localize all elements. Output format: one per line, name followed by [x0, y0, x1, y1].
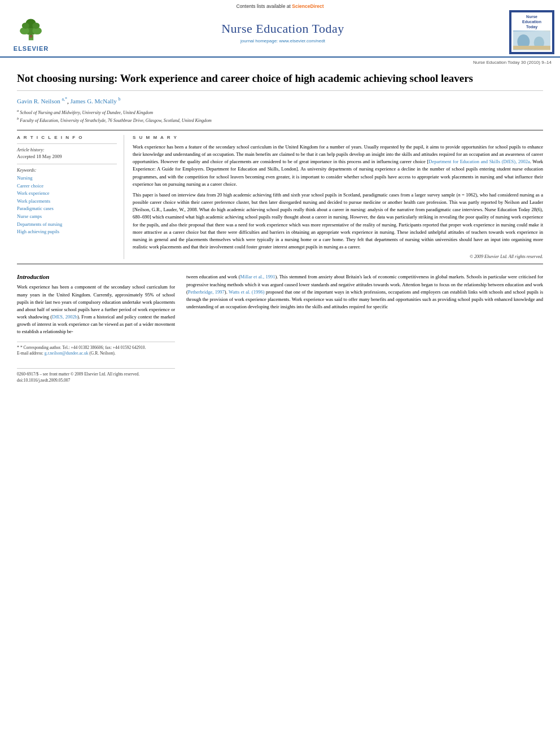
article-info-summary: A R T I C L E I N F O Article history: A…	[17, 130, 543, 264]
journal-homepage: journal homepage: www.elsevier.com/nedt	[56, 38, 509, 43]
author-a-sup: a,*	[62, 97, 67, 102]
summary-para-1: Work experience has been a feature of th…	[133, 143, 543, 188]
author-james: James G. McNally	[71, 98, 117, 104]
footnote-email-link[interactable]: g.r.neilson@dundee.ac.uk	[45, 351, 89, 356]
summary-col: S U M M A R Y Work experience has been a…	[133, 135, 543, 259]
journal-title: Nurse Education Today	[56, 21, 509, 36]
ref-petherbridge[interactable]: Petherbridge, 1997	[188, 289, 225, 295]
cover-image	[513, 30, 550, 50]
article-body: Not choosing nursing: Work experience an…	[0, 66, 560, 389]
summary-copyright: © 2009 Elsevier Ltd. All rights reserved…	[133, 254, 543, 259]
intro-right-col: tween education and work (Millar et al.,…	[186, 273, 543, 383]
ref-watts[interactable]: Watts et al. (1996)	[229, 289, 264, 295]
footnote-email: E-mail address: g.r.neilson@dundee.ac.uk…	[17, 351, 175, 357]
svg-point-7	[32, 23, 40, 29]
introduction-section: Introduction Work experience has been a …	[17, 273, 543, 383]
keyword-5[interactable]: Paradigmatic cases	[17, 205, 117, 213]
ref-dfes-2002b[interactable]: DfES, 2002b	[52, 314, 77, 320]
sciencedirect-link[interactable]: ScienceDirect	[292, 3, 323, 9]
ref-millar[interactable]: Millar et al., 1991	[240, 274, 275, 279]
svg-point-6	[22, 23, 29, 29]
intro-right-text: tween education and work (Millar et al.,…	[186, 273, 543, 311]
svg-rect-11	[513, 46, 550, 49]
summary-text: Work experience has been a feature of th…	[133, 143, 543, 251]
homepage-label: journal homepage:	[240, 38, 278, 43]
article-title: Not choosing nursing: Work experience an…	[17, 72, 543, 91]
contents-text: Contents lists available at	[237, 3, 291, 9]
author-gavin: Gavin R. Neilson	[17, 98, 60, 104]
keywords-list: Nursing Career choice Work experience Wo…	[17, 174, 117, 236]
summary-header: S U M M A R Y	[133, 135, 543, 140]
keyword-1[interactable]: Nursing	[17, 174, 117, 182]
intro-left-text: Work experience has been a component of …	[17, 283, 175, 335]
author-b-sup: b	[118, 97, 120, 102]
history-label: Article history:	[17, 147, 117, 152]
keyword-4[interactable]: Work placements	[17, 198, 117, 206]
keyword-7[interactable]: Departments of nursing	[17, 221, 117, 229]
journal-title-center: Nurse Education Today journal homepage: …	[56, 21, 509, 43]
authors-line: Gavin R. Neilson a,*, James G. McNally b	[17, 97, 543, 104]
intro-left-col: Introduction Work experience has been a …	[17, 273, 175, 383]
article-info-col: A R T I C L E I N F O Article history: A…	[17, 135, 124, 259]
cover-image-svg	[513, 30, 550, 50]
keyword-3[interactable]: Work experience	[17, 190, 117, 198]
cover-title: Nurse Education Today	[513, 14, 550, 29]
journal-cover-box: Nurse Education Today	[509, 10, 554, 54]
article-info-header: A R T I C L E I N F O	[17, 135, 117, 140]
footnote-star: * * Corresponding author. Tel.: +44 0138…	[17, 344, 175, 351]
accepted-date: Accepted 18 May 2009	[17, 154, 117, 159]
affiliation-a: a School of Nursing and Midwifery, Unive…	[17, 108, 543, 116]
journal-header: Contents lists available at ScienceDirec…	[0, 0, 560, 58]
keyword-8[interactable]: High achieving pupils	[17, 228, 117, 236]
elsevier-logo: ELSEVIER	[6, 13, 56, 52]
divider-2	[17, 164, 117, 164]
article-page-num: Nurse Education Today 30 (2010) 9–14	[0, 58, 560, 66]
keyword-2[interactable]: Career choice	[17, 182, 117, 190]
elsevier-brand-text: ELSEVIER	[14, 45, 49, 52]
ref-dfes-2002a[interactable]: Department for Education and Skills (DfE…	[428, 159, 530, 164]
divider-1	[17, 143, 117, 144]
keyword-6[interactable]: Nurse camps	[17, 213, 117, 221]
affiliations: a School of Nursing and Midwifery, Unive…	[17, 108, 543, 124]
copyright-line2: doi:10.1016/j.nedt.2009.05.007	[17, 377, 175, 383]
keywords-label: Keywords:	[17, 168, 117, 173]
contents-bar: Contents lists available at ScienceDirec…	[0, 3, 560, 9]
copyright-line1: 0260-6917/$ – see front matter © 2009 El…	[17, 371, 175, 377]
homepage-url[interactable]: www.elsevier.com/nedt	[279, 38, 325, 43]
summary-para-2: This paper is based on interview data fr…	[133, 191, 543, 251]
bottom-copyright: 0260-6917/$ – see front matter © 2009 El…	[17, 368, 175, 384]
journal-cover-inner: Nurse Education Today	[511, 12, 552, 52]
intro-title: Introduction	[17, 273, 175, 280]
footnote-area: * * Corresponding author. Tel.: +44 0138…	[17, 342, 175, 357]
affiliation-b: b Faculty of Education, University of St…	[17, 116, 543, 124]
elsevier-tree-icon	[14, 13, 48, 44]
header-main: ELSEVIER Nurse Education Today journal h…	[0, 10, 560, 54]
